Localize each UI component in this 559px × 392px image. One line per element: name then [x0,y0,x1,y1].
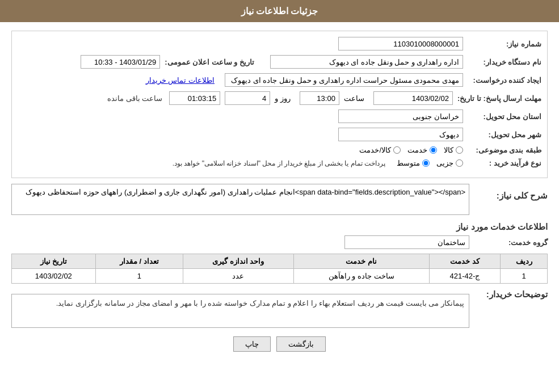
cell-row: 1 [501,269,548,284]
service-group-input [344,235,469,249]
buyer-notes-label: توضیحات خریدار: [474,289,548,300]
col-name: نام خدمت [293,254,429,269]
category-khedmat-label: خدمت [407,146,427,154]
remain-label: ساعت باقی مانده [107,94,162,103]
buyer-notes-box: پیمانکار می بایست قیمت هر ردیف استعلام ب… [11,294,469,328]
cell-code: ج-42-421 [429,269,501,284]
page-header: جزئیات اطلاعات نیاز [0,0,559,22]
send-date-input [373,91,453,105]
col-row: ردیف [501,254,548,269]
need-number-label: شماره نیاز: [468,40,541,48]
send-date-label: مهلت ارسال پاسخ: تا تاریخ: [457,94,541,103]
creator-input [225,73,463,87]
process-jozii-item: جزیی [436,159,463,167]
process-jozii-radio[interactable] [456,159,463,167]
buyer-notes-text: پیمانکار می بایست قیمت هر ردیف استعلام ب… [56,299,464,307]
province-input [338,109,463,123]
services-table: ردیف کد خدمت نام خدمت واحد اندازه گیری ت… [11,254,548,284]
process-motavasset-radio[interactable] [422,159,430,167]
page-title: جزئیات اطلاعات نیاز [241,6,318,16]
col-unit: واحد اندازه گیری [183,254,294,269]
col-date: تاریخ نیاز [12,254,96,269]
process-jozii-label: جزیی [436,159,453,167]
contact-link[interactable]: اطلاعات تماس خریدار [146,76,215,85]
announce-date-input [81,55,160,69]
send-days-input [225,91,270,105]
buyer-org-input [270,55,463,69]
category-kala-radio[interactable] [456,146,463,154]
category-khedmat-radio[interactable] [430,146,437,154]
province-label: استان محل تحویل: [468,112,541,121]
creator-label: ایجاد کننده درخواست: [468,76,541,85]
need-number-input [338,37,463,50]
category-khedmat-item: خدمت [407,146,437,154]
cell-qty: 1 [95,269,183,284]
city-input [338,128,463,141]
cell-date: 1403/02/02 [12,269,96,284]
col-code: کد خدمت [429,254,501,269]
print-button[interactable]: چاپ [233,336,271,352]
category-kala-label: کالا [444,146,453,154]
process-motavasset-item: متوسط [397,159,430,167]
category-both-radio[interactable] [393,146,401,154]
service-group-label: گروه خدمت: [474,238,548,247]
send-days-label: روز و [275,94,291,103]
city-label: شهر محل تحویل: [468,130,541,139]
process-label: نوع فرآیند خرید : [468,159,541,167]
category-both-item: کالا/خدمت [359,146,401,154]
description-section-label: شرح کلی نیاز: [474,191,548,201]
send-time-label: ساعت [344,94,364,103]
back-button[interactable]: بازگشت [276,336,326,352]
category-kala-item: کالا [444,146,463,154]
category-both-label: کالا/خدمت [359,146,391,154]
announce-date-label: تاریخ و ساعت اعلان عمومی: [165,58,254,66]
process-motavasset-label: متوسط [397,159,420,167]
category-label: طبقه بندی موضوعی: [468,146,541,154]
cell-unit: عدد [183,269,294,284]
services-section-title: اطلاعات خدمات مورد نیاز [11,222,548,232]
cell-name: ساخت جاده و راهآهن [293,269,429,284]
col-qty: تعداد / مقدار [95,254,183,269]
description-textarea[interactable]: <span data-bind="fields.description_valu… [11,184,469,215]
send-remain-input [169,91,220,105]
table-row: 1 ج-42-421 ساخت جاده و راهآهن عدد 1 1403… [12,269,548,284]
send-time-input [300,91,339,105]
buyer-org-label: نام دستگاه خریدار: [468,58,541,66]
process-note: پرداخت تمام یا بخشی از مبلغ خریدار از مح… [173,159,385,167]
